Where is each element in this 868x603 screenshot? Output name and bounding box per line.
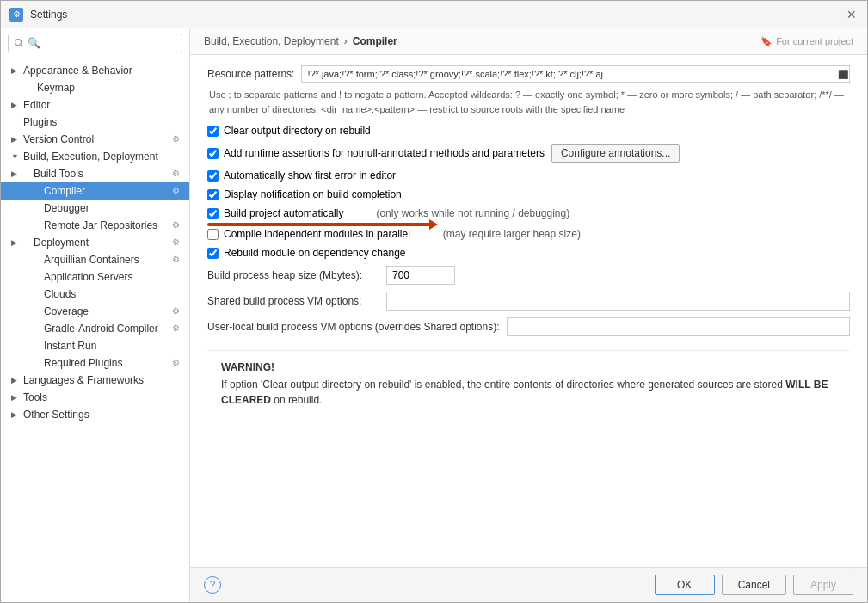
sidebar-item-arquillian[interactable]: Arquillian Containers ⚙ [1,251,189,268]
warning-title: WARNING! [221,361,836,373]
add-runtime-label[interactable]: Add runtime assertions for notnull-annot… [207,147,545,159]
sidebar-item-tools[interactable]: ▶ Tools [1,389,189,406]
sidebar-item-gradle-android[interactable]: Gradle-Android Compiler ⚙ [1,320,189,337]
breadcrumb-current: Compiler [353,35,397,47]
rebuild-dep-row: Rebuild module on dependency change [207,247,850,259]
sidebar: ▶ Appearance & Behavior Keymap ▶ Editor … [1,28,190,602]
sidebar-item-build-execution[interactable]: ▼ Build, Execution, Deployment [1,148,189,165]
cancel-button[interactable]: Cancel [722,575,786,595]
display-notification-row: Display notification on build completion [207,188,850,200]
sidebar-item-app-servers[interactable]: Application Servers [1,268,189,286]
warning-emphasis: WILL BE CLEARED [221,378,828,406]
bottom-bar: ? OK Cancel Apply [190,567,867,602]
sidebar-item-label: Build, Execution, Deployment [23,151,158,163]
main-panel: Build, Execution, Deployment › Compiler … [190,28,867,602]
bottom-buttons: OK Cancel Apply [655,575,853,595]
add-runtime-checkbox[interactable] [207,148,219,159]
sidebar-item-instant-run[interactable]: Instant Run [1,337,189,354]
add-runtime-text: Add runtime assertions for notnull-annot… [224,147,545,159]
compile-parallel-checkbox[interactable] [207,229,219,240]
shared-vm-label: Shared build process VM options: [207,295,379,307]
heap-size-row: Build process heap size (Mbytes): [207,266,850,285]
gear-icon: ⚙ [172,134,182,145]
expand-button[interactable]: ⬛ [838,70,848,79]
user-local-vm-input[interactable] [507,317,851,336]
expand-arrow: ▼ [11,152,20,161]
window-title: Settings [30,9,67,21]
rebuild-dep-text: Rebuild module on dependency change [224,247,406,259]
ok-button[interactable]: OK [655,575,715,595]
clear-output-label[interactable]: Clear output directory on rebuild [207,125,371,137]
shared-vm-input[interactable] [386,292,850,311]
shared-vm-row: Shared build process VM options: [207,292,850,311]
heap-size-input[interactable] [386,266,455,285]
compile-parallel-row: Compile independent modules in parallel … [207,228,850,240]
rebuild-dep-checkbox[interactable] [207,248,219,259]
sidebar-item-label: Gradle-Android Compiler [44,323,158,335]
display-notification-label[interactable]: Display notification on build completion [207,188,402,200]
help-button[interactable]: ? [204,576,221,594]
sidebar-item-appearance[interactable]: ▶ Appearance & Behavior [1,62,189,79]
sidebar-item-build-tools[interactable]: ▶ Build Tools ⚙ [1,165,189,182]
expand-arrow: ▶ [11,238,20,247]
sidebar-item-keymap[interactable]: Keymap [1,79,189,96]
sidebar-item-label: Arquillian Containers [44,254,139,266]
gear-icon: ⚙ [172,255,182,265]
sidebar-item-label: Appearance & Behavior [23,65,132,77]
sidebar-item-compiler[interactable]: Compiler ⚙ [1,182,189,200]
close-button[interactable]: ✕ [845,8,859,22]
expand-arrow: ▶ [11,376,20,385]
sidebar-item-label: Compiler [44,185,85,197]
auto-show-error-label[interactable]: Automatically show first error in editor [207,169,396,182]
auto-show-error-checkbox[interactable] [207,170,219,182]
build-auto-note: (only works while not running / debuggin… [376,207,569,219]
expand-arrow: ▶ [11,135,20,144]
resource-input-wrapper: ⬛ [301,65,850,83]
expand-arrow: ▶ [11,393,20,402]
sidebar-item-label: Required Plugins [44,357,122,369]
sidebar-item-label: Remote Jar Repositories [44,219,157,231]
sidebar-item-editor[interactable]: ▶ Editor [1,96,189,114]
build-auto-checkbox[interactable] [207,208,219,219]
search-input[interactable] [8,34,182,52]
sidebar-item-label: Application Servers [44,271,132,283]
expand-arrow: ▶ [11,410,20,419]
sidebar-item-label: Editor [23,99,50,111]
gear-icon: ⚙ [172,323,182,334]
sidebar-item-version-control[interactable]: ▶ Version Control ⚙ [1,131,189,148]
sidebar-item-label: Deployment [34,237,89,249]
resource-patterns-input[interactable] [301,65,850,83]
expand-arrow: ▶ [11,66,20,75]
sidebar-item-label: Plugins [23,116,57,128]
sidebar-item-debugger[interactable]: Debugger [1,200,189,217]
sidebar-item-clouds[interactable]: Clouds [1,286,189,303]
display-notification-checkbox[interactable] [207,189,219,200]
sidebar-item-coverage[interactable]: Coverage ⚙ [1,303,189,320]
breadcrumb-bar: Build, Execution, Deployment › Compiler … [190,28,867,55]
warning-section: WARNING! If option 'Clear output directo… [207,350,850,418]
breadcrumb-part1: Build, Execution, Deployment [204,35,339,47]
settings-window: ⚙ Settings ✕ ▶ Appearance & Behavior Key… [0,0,868,603]
apply-button[interactable]: Apply [793,575,853,595]
sidebar-item-remote-jar[interactable]: Remote Jar Repositories ⚙ [1,217,189,234]
configure-annotations-button[interactable]: Configure annotations... [551,144,680,163]
resource-hint-text: Use ; to separate patterns and ! to nega… [207,88,850,116]
sidebar-item-languages[interactable]: ▶ Languages & Frameworks [1,372,189,389]
sidebar-item-other-settings[interactable]: ▶ Other Settings [1,406,189,423]
build-auto-label[interactable]: Build project automatically [207,207,343,219]
for-project-label: For current project [776,36,853,46]
compile-parallel-note: (may require larger heap size) [443,228,581,240]
display-notification-text: Display notification on build completion [224,188,402,200]
annotation-arrow [207,223,431,226]
bookmark-icon: 🔖 [760,36,773,47]
sidebar-item-required-plugins[interactable]: Required Plugins ⚙ [1,354,189,372]
clear-output-checkbox[interactable] [207,126,219,137]
sidebar-item-plugins[interactable]: Plugins [1,114,189,131]
clear-output-text: Clear output directory on rebuild [224,125,371,137]
sidebar-item-deployment[interactable]: ▶ Deployment ⚙ [1,234,189,251]
rebuild-dep-label[interactable]: Rebuild module on dependency change [207,247,406,259]
search-box [1,28,189,58]
compile-parallel-label[interactable]: Compile independent modules in parallel [207,228,410,240]
settings-icon: ⚙ [9,8,23,22]
warning-text: If option 'Clear output directory on reb… [221,377,836,408]
